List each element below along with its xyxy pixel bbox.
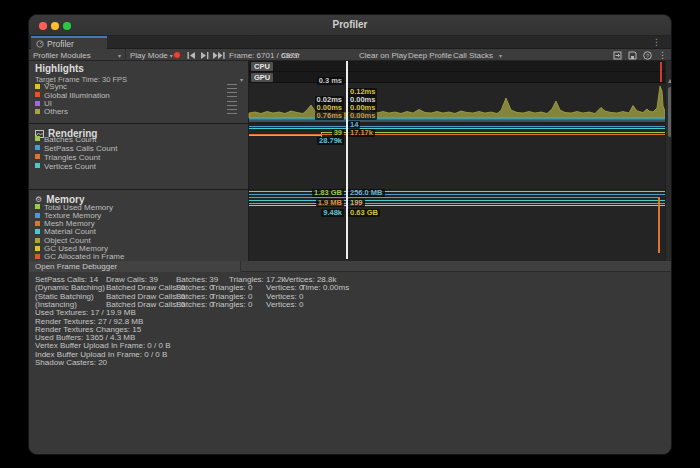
call-stacks-dropdown[interactable]: Call Stacks ▾ [453,49,502,61]
scrollbar-arrow-icon[interactable] [668,79,672,83]
vertices-line [249,128,665,129]
legend-color-swatch [35,109,40,114]
triangles-line [249,134,665,135]
setpass-calls-line [249,126,665,127]
legend-color-swatch [35,229,40,234]
value-chip: 0.3 ms [317,77,344,85]
window-titlebar[interactable]: Profiler [29,15,671,36]
previous-frame-icon [187,52,196,59]
record-icon [173,51,181,59]
legend-color-swatch [35,254,40,259]
help-icon[interactable]: ? [643,51,652,60]
load-profile-icon[interactable] [613,51,622,60]
next-frame-icon [200,52,209,59]
open-frame-debugger-button[interactable]: Open Frame Debugger [29,261,241,272]
legend-color-swatch [35,136,40,141]
profiler-toolbar: Profiler Modules ▾ Play Mode ▾ Frame: 67… [29,49,671,61]
drag-handle-icon[interactable] [227,109,237,114]
save-profile-icon[interactable] [628,51,637,60]
current-frame-button[interactable] [213,49,225,61]
legend-color-swatch [35,154,40,159]
chart-scrollbar-thumb[interactable] [668,87,673,137]
profiler-gauge-icon [36,40,44,48]
tab-bar: Profiler ⋮ [29,36,671,49]
gc-used-memory-line [249,205,665,206]
deep-profile-button[interactable]: Deep Profile [408,49,452,61]
drag-handle-icon[interactable] [227,92,237,97]
legend-item-setpass-calls-count[interactable]: SetPass Calls Count [35,144,245,152]
highlights-chart [249,83,665,123]
rendering-details-panel: SetPass Calls: 14 Draw Calls: 39 Batches… [29,272,672,455]
legend-color-swatch [35,101,40,106]
legend-item-triangles-count[interactable]: Triangles Count [35,153,245,161]
tab-label: Profiler [47,39,74,49]
svg-text:?: ? [646,52,649,58]
value-chip: 0.00ms [348,112,377,120]
legend-color-swatch [35,204,40,209]
legend-item-others[interactable]: Others [35,107,245,115]
details-line: Shadow Casters: 20 [35,358,107,367]
value-chip: 0.63 GB [348,209,380,217]
object-count-line [249,203,665,204]
chart-scrollbar[interactable] [665,61,672,261]
legend-color-swatch [35,238,40,243]
details-row: (Instancing) Batched Draw Calls: 0 Batch… [29,300,672,308]
legend-color-swatch [35,92,40,97]
profiler-modules-area: Highlights Target Frame Time: 30 FPS ▾ V… [29,61,672,261]
legend-item-global-illumination[interactable]: Global Illumination [35,91,245,99]
legend-color-swatch [35,163,40,168]
mesh-memory-line [249,197,659,198]
chevron-down-icon: ▾ [499,52,502,59]
value-chip: 256.0 MB [348,189,385,197]
material-count-line [249,200,665,201]
cpu-timeline-strip[interactable]: CPU [249,61,665,72]
legend-color-swatch [35,246,40,251]
drag-handle-icon[interactable] [227,101,237,106]
chevron-down-icon: ▾ [118,52,121,59]
details-row: (Static Batching) Batched Draw Calls: 0 … [29,292,672,300]
legend-color-swatch [35,221,40,226]
gpu-timeline-strip[interactable]: GPU [249,72,665,83]
legend-color-swatch [35,213,40,218]
value-chip: 9.48k [321,209,344,217]
value-chip: 199 [348,199,365,207]
value-chip: 1.83 GB [312,189,344,197]
last-frame-icon [213,52,225,59]
value-chip: 28.79k [317,137,344,145]
previous-frame-button[interactable] [187,49,196,61]
clear-on-play-button[interactable]: Clear on Play [359,49,407,61]
current-frame-marker [660,62,662,82]
tab-overflow-menu-icon[interactable]: ⋮ [652,37,661,48]
profiler-modules-dropdown[interactable]: Profiler Modules ▾ [29,49,126,61]
profiler-window: Profiler Profiler ⋮ Profiler Modules ▾ P… [28,14,672,455]
legend-item-gc-allocated-in-frame[interactable]: GC Allocated in Frame [35,253,245,261]
chevron-down-icon: ▾ [240,76,243,83]
highlights-module-header[interactable]: Highlights [35,63,84,74]
details-row: (Dynamic Batching) Batched Draw Calls: 0… [29,283,672,291]
value-chip: 0.76ms [315,112,344,120]
value-chip: 1.9 MB [316,199,344,207]
value-chip: 17.17k [348,129,375,137]
play-mode-dropdown[interactable]: Play Mode ▾ [130,49,173,61]
next-frame-button[interactable] [200,49,209,61]
screen: { "window": { "title": "Profiler" }, "ic… [0,0,700,468]
drag-handle-icon[interactable] [227,84,237,89]
clear-button[interactable]: Clear [281,49,300,61]
legend-item-batches-count[interactable]: Batches Count [35,135,245,143]
modules-sidebar: Highlights Target Frame Time: 30 FPS ▾ V… [29,61,249,261]
window-title: Profiler [29,19,671,30]
profiler-chart-area[interactable]: CPU GPU [249,61,672,261]
gpu-label: GPU [251,73,273,82]
tab-profiler[interactable]: Profiler [31,36,107,49]
toolbar-context-menu-icon[interactable]: ⋮ [658,50,667,60]
frame-debugger-row: Open Frame Debugger [29,261,672,272]
legend-color-swatch [35,84,40,89]
legend-item-vertices-count[interactable]: Vertices Count [35,162,245,170]
record-button[interactable] [173,49,181,61]
cpu-label: CPU [251,62,273,71]
mesh-memory-drop [658,197,660,253]
legend-color-swatch [35,145,40,150]
details-row: SetPass Calls: 14 Draw Calls: 39 Batches… [29,275,672,283]
